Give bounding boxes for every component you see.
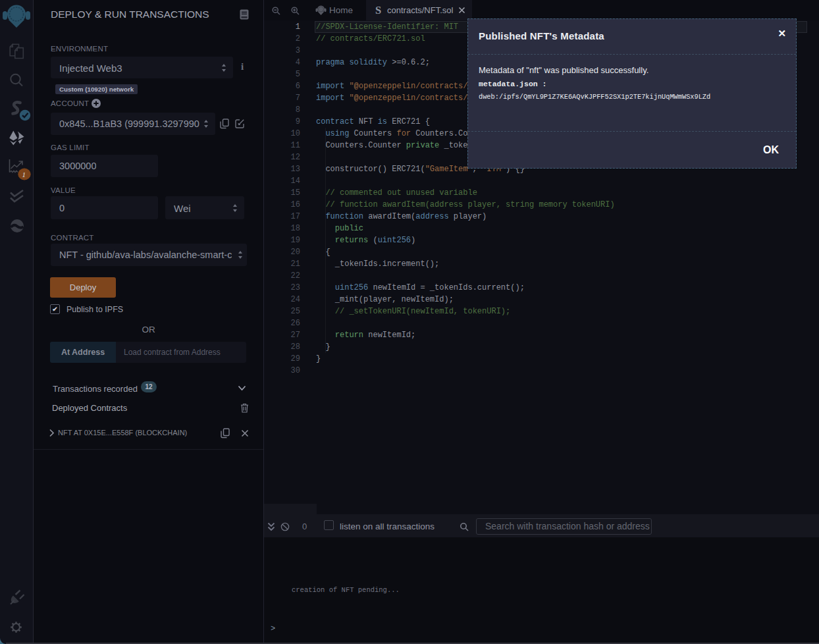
svg-text:S: S [375, 5, 381, 16]
svg-text:1: 1 [22, 171, 26, 178]
